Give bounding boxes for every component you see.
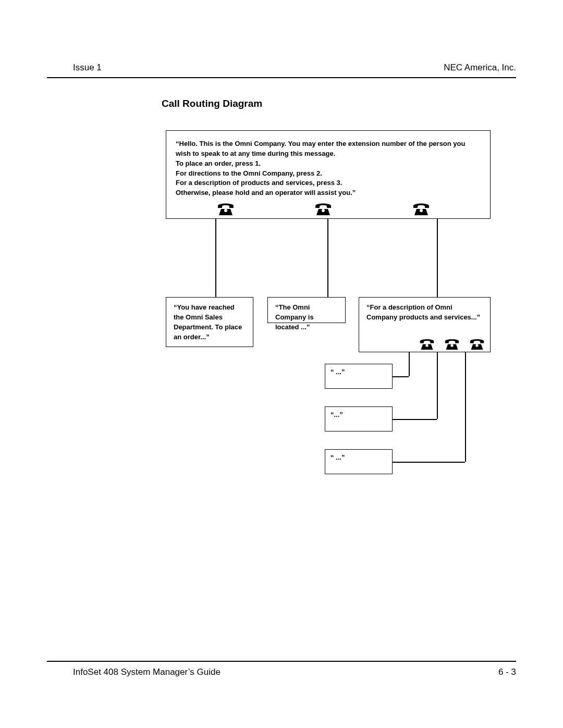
- connector-line: [437, 219, 438, 297]
- footer-rule: [47, 661, 516, 662]
- phone-icon: [217, 202, 235, 215]
- connector-line: [393, 376, 409, 377]
- page-footer: InfoSet 408 System Manager’s Guide 6 - 3: [73, 667, 516, 677]
- connector-line: [393, 419, 437, 420]
- header-company: NEC America, Inc.: [444, 63, 516, 73]
- main-greeting-box: “Hello. This is the Omni Company. You ma…: [166, 130, 491, 219]
- phone-icon: [444, 338, 460, 350]
- connector-line: [393, 462, 465, 463]
- page-header: Issue 1 NEC America, Inc.: [47, 26, 516, 78]
- phone-icon: [412, 202, 430, 215]
- leaf-text: “ ...”: [331, 453, 345, 461]
- footer-doc-title: InfoSet 408 System Manager’s Guide: [73, 667, 221, 677]
- connector-line: [409, 352, 410, 376]
- phone-icon: [314, 202, 332, 215]
- leaf-text: “...”: [331, 411, 343, 418]
- leaf-box-1: “ ...”: [325, 364, 393, 389]
- connector-line: [215, 219, 216, 297]
- footer-page-number: 6 - 3: [498, 667, 516, 677]
- connector-line: [437, 352, 438, 419]
- phone-row-main: [166, 202, 491, 215]
- call-routing-diagram: “Hello. This is the Omni Company. You ma…: [166, 130, 494, 516]
- branch-text: “You have reached the Omni Sales Departm…: [174, 303, 242, 341]
- phone-icon: [469, 338, 485, 350]
- branch-box-sales: “You have reached the Omni Sales Departm…: [166, 297, 253, 347]
- header-issue: Issue 1: [73, 63, 102, 73]
- leaf-box-2: “...”: [325, 406, 393, 431]
- branch-text: “The Omni Company is located ...”: [275, 303, 314, 331]
- leaf-text: “ ...”: [331, 368, 345, 376]
- connector-line: [465, 352, 466, 462]
- branch-box-products: “For a description of Omni Company produ…: [359, 297, 491, 352]
- page: Issue 1 NEC America, Inc. Call Routing D…: [47, 26, 516, 698]
- connector-line: [327, 219, 328, 297]
- branch-text: “For a description of Omni Company produ…: [366, 303, 480, 321]
- phone-icon: [419, 338, 435, 350]
- branch-box-directions: “The Omni Company is located ...”: [267, 297, 346, 323]
- leaf-box-3: “ ...”: [325, 449, 393, 474]
- phone-row-sub: [419, 338, 485, 350]
- main-greeting-text: “Hello. This is the Omni Company. You ma…: [176, 139, 481, 198]
- section-title: Call Routing Diagram: [162, 98, 516, 109]
